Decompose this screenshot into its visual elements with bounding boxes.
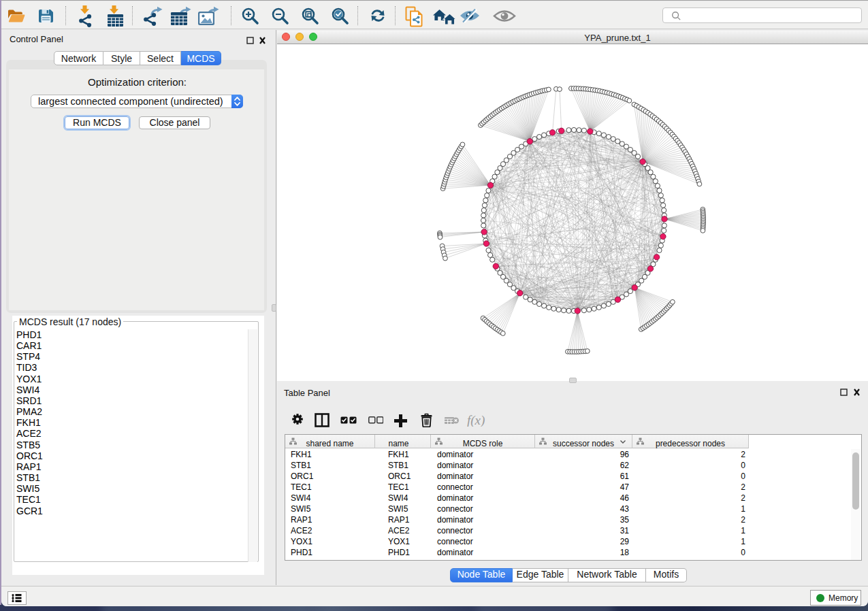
svg-text:f(x): f(x) [467,414,485,427]
